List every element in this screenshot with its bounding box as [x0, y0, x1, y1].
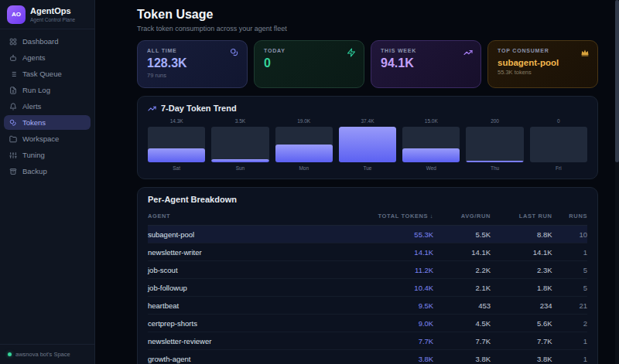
- table-row[interactable]: certprep-shorts 9.0K 4.5K 5.6K 2: [148, 315, 587, 332]
- table-row[interactable]: job-followup 10.4K 2.1K 1.8K 5: [148, 279, 587, 297]
- avg-per-run: 14.1K: [433, 243, 491, 261]
- chart-column[interactable]: 37.4K Tue: [339, 118, 396, 171]
- chart-column[interactable]: 3.5K Sun: [211, 118, 268, 171]
- page-scrollbar[interactable]: [615, 0, 619, 364]
- bar-track: [275, 127, 333, 162]
- bar-track: [466, 127, 523, 162]
- bar-day-label: Mon: [275, 165, 333, 171]
- runs-count: 5: [552, 279, 587, 297]
- chart-column[interactable]: 200 Thu: [466, 118, 523, 171]
- col-header-last-run[interactable]: LAST RUN: [491, 209, 552, 226]
- last-run: 2.3K: [491, 261, 552, 279]
- bar-track: [148, 127, 205, 162]
- stat-label: ALL TIME: [147, 48, 238, 53]
- total-tokens: 9.0K: [359, 315, 434, 332]
- bar-day-label: Fri: [530, 165, 587, 171]
- agent-name: certprep-shorts: [148, 315, 359, 332]
- scrollbar-thumb[interactable]: [615, 0, 619, 162]
- stat-sub: 79 runs: [147, 72, 238, 79]
- sidebar-item-agents[interactable]: Agents: [4, 50, 91, 65]
- crown-icon: [580, 48, 590, 57]
- sidebar-item-tokens[interactable]: Tokens: [4, 115, 91, 130]
- bar: [402, 148, 460, 162]
- table-row[interactable]: subagent-pool 55.3K 5.5K 8.8K 10: [148, 226, 587, 243]
- sidebar-item-backup[interactable]: Backup: [4, 164, 91, 179]
- bar: [275, 145, 333, 162]
- file-text-icon: [9, 87, 17, 94]
- sidebar-item-tuning[interactable]: Tuning: [4, 148, 91, 162]
- page-title: Token Usage: [137, 8, 598, 22]
- runs-count: 1: [552, 350, 587, 364]
- table-header-row: AGENT TOTAL TOKENS ↓ AVG/RUN LAST RUN RU…: [148, 209, 587, 226]
- stat-card-this-week[interactable]: THIS WEEK 94.1K: [371, 40, 481, 88]
- bar-day-label: Thu: [466, 165, 523, 171]
- table-row[interactable]: newsletter-writer 14.1K 14.1K 14.1K 1: [148, 243, 587, 261]
- col-header-total-tokens[interactable]: TOTAL TOKENS ↓: [359, 209, 434, 226]
- table-row[interactable]: growth-agent 3.8K 3.8K 3.8K 1: [148, 350, 587, 364]
- stat-card-top-consumer[interactable]: TOP CONSUMER subagent-pool 55.3K tokens: [487, 40, 598, 88]
- coins-icon: [9, 119, 17, 127]
- trend-up-icon: [148, 104, 156, 113]
- sidebar-item-alerts[interactable]: Alerts: [4, 99, 91, 114]
- table-row[interactable]: heartbeat 9.5K 453 234 21: [148, 297, 587, 315]
- stat-card-today[interactable]: TODAY 0: [254, 40, 364, 88]
- col-header-runs[interactable]: RUNS: [552, 209, 587, 226]
- app-subtitle: Agent Control Plane: [30, 17, 75, 22]
- chart-column[interactable]: 0 Fri: [530, 118, 587, 171]
- sidebar-item-run-log[interactable]: Run Log: [4, 83, 91, 97]
- stat-value: 94.1K: [381, 56, 471, 70]
- total-tokens: 14.1K: [359, 243, 434, 261]
- sidebar-footer: awsnova bot's Space: [0, 344, 94, 364]
- chart-column[interactable]: 14.3K Sat: [148, 118, 205, 171]
- bar-chart: 14.3K Sat 3.5K Sun 19.0K Mon 37.4K Tue 1…: [148, 118, 587, 171]
- bar-track: [530, 127, 587, 162]
- sidebar-item-workspace[interactable]: Workspace: [4, 131, 91, 146]
- table-row[interactable]: job-scout 11.2K 2.2K 2.3K 5: [148, 261, 587, 279]
- stat-card-all-time[interactable]: ALL TIME 128.3K 79 runs: [137, 40, 248, 88]
- avg-per-run: 453: [433, 297, 491, 315]
- total-tokens: 7.7K: [359, 332, 434, 350]
- table-title: Per-Agent Breakdown: [148, 195, 587, 204]
- stat-value: 128.3K: [147, 56, 238, 70]
- bar-value-label: 14.3K: [148, 118, 205, 124]
- archive-icon: [9, 168, 17, 175]
- stat-label: TODAY: [264, 48, 354, 53]
- bar-day-label: Sun: [211, 165, 268, 171]
- chart-column[interactable]: 19.0K Mon: [275, 118, 333, 171]
- sidebar-item-task-queue[interactable]: Task Queue: [4, 66, 91, 81]
- runs-count: 21: [552, 297, 587, 315]
- agent-name: job-followup: [148, 279, 359, 297]
- total-tokens: 11.2K: [359, 261, 434, 279]
- table-row[interactable]: newsletter-reviewer 7.7K 7.7K 7.7K 1: [148, 332, 587, 350]
- per-agent-breakdown-panel: Per-Agent Breakdown AGENT TOTAL TOKENS ↓…: [137, 187, 598, 364]
- avg-per-run: 4.5K: [433, 315, 491, 332]
- sidebar-item-dashboard[interactable]: Dashboard: [4, 34, 91, 49]
- last-run: 5.6K: [491, 315, 552, 332]
- avg-per-run: 3.8K: [433, 350, 491, 364]
- bar-day-label: Tue: [339, 165, 396, 171]
- sidebar-item-label: Task Queue: [22, 70, 62, 78]
- bar-value-label: 37.4K: [339, 118, 396, 124]
- bar-day-label: Wed: [402, 165, 460, 171]
- chart-column[interactable]: 15.0K Wed: [402, 118, 460, 171]
- sliders-icon: [9, 151, 17, 159]
- avg-per-run: 7.7K: [433, 332, 491, 350]
- bar: [466, 161, 523, 162]
- agent-name: subagent-pool: [148, 226, 359, 243]
- col-header-avg-run[interactable]: AVG/RUN: [433, 209, 491, 226]
- list-icon: [9, 70, 17, 78]
- stat-cards: ALL TIME 128.3K 79 runs TODAY 0 THIS WEE…: [137, 40, 598, 88]
- last-run: 7.7K: [491, 332, 552, 350]
- online-status-dot: [8, 352, 12, 356]
- agent-name: heartbeat: [148, 297, 359, 315]
- runs-count: 1: [552, 332, 587, 350]
- runs-count: 1: [552, 243, 587, 261]
- last-run: 234: [491, 297, 552, 315]
- col-header-agent[interactable]: AGENT: [148, 209, 359, 226]
- last-run: 3.8K: [491, 350, 552, 364]
- token-trend-panel: 7-Day Token Trend 14.3K Sat 3.5K Sun 19.…: [137, 96, 598, 179]
- bar: [211, 159, 268, 162]
- agent-name: newsletter-writer: [148, 243, 359, 261]
- bar: [148, 148, 205, 162]
- bar-day-label: Sat: [148, 165, 205, 171]
